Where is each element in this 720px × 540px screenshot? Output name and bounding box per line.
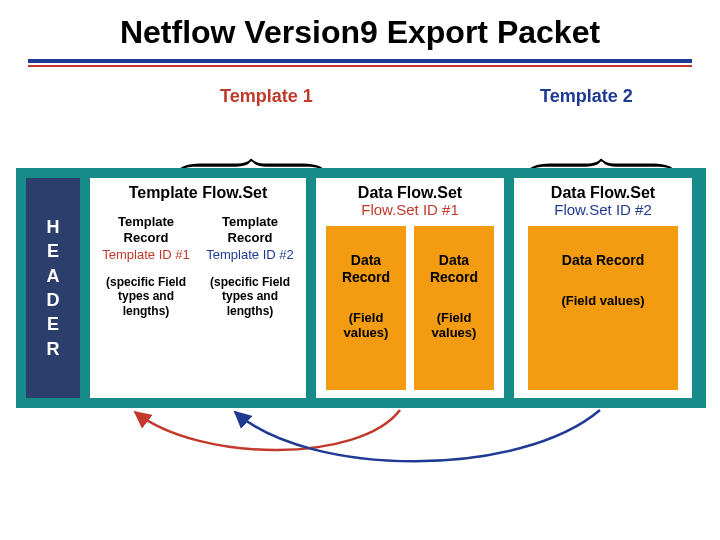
record-head: Data Record xyxy=(416,252,492,286)
record-fields: (specific Field types and lengths) xyxy=(100,275,192,318)
slide-title: Netflow Version9 Export Packet xyxy=(0,0,720,59)
data-record: Data Record (Field values) xyxy=(414,226,494,390)
record-fields: (Field values) xyxy=(416,310,492,341)
packet-header: H E A D E R xyxy=(26,178,80,398)
flowset-title: Data Flow.Set xyxy=(551,184,655,202)
template-flowset: Template Flow.Set Template Record Templa… xyxy=(90,178,306,398)
template-1-label: Template 1 xyxy=(220,86,313,107)
divider-red xyxy=(28,65,692,67)
flowset-title: Template Flow.Set xyxy=(129,184,268,202)
header-letter: E xyxy=(47,312,59,336)
brace-icon: ︷ xyxy=(174,148,342,165)
template-id: Template ID #1 xyxy=(102,247,189,263)
data-record: Data Record (Field values) xyxy=(326,226,406,390)
header-letter: E xyxy=(47,239,59,263)
template-2-label: Template 2 xyxy=(540,86,633,107)
arrow-red-icon xyxy=(135,410,400,450)
data-flowset-2: Data Flow.Set Flow.Set ID #2 Data Record… xyxy=(514,178,692,398)
header-letter: H xyxy=(47,215,60,239)
divider-blue xyxy=(28,59,692,63)
arrow-blue-icon xyxy=(235,410,600,461)
brace-icon: ︷ xyxy=(524,148,692,165)
data-record: Data Record (Field values) xyxy=(528,226,678,390)
record-head: Data Record xyxy=(562,252,644,269)
data-flowset-1: Data Flow.Set Flow.Set ID #1 Data Record… xyxy=(316,178,504,398)
record-fields: (Field values) xyxy=(328,310,404,341)
record-head: Data Record xyxy=(328,252,404,286)
template-id: Template ID #2 xyxy=(206,247,293,263)
header-letter: R xyxy=(47,337,60,361)
template-record: Template Record Template ID #2 (specific… xyxy=(202,210,298,390)
record-head: Template Record xyxy=(100,214,192,245)
record-fields: (Field values) xyxy=(561,293,644,309)
packet-container: H E A D E R Template Flow.Set Template R… xyxy=(16,168,706,408)
header-letter: A xyxy=(47,264,60,288)
template-record: Template Record Template ID #1 (specific… xyxy=(98,210,194,390)
record-head: Template Record xyxy=(204,214,296,245)
flowset-id: Flow.Set ID #1 xyxy=(361,201,459,218)
relation-arrows xyxy=(0,408,720,488)
flowset-title: Data Flow.Set xyxy=(358,184,462,202)
flowset-id: Flow.Set ID #2 xyxy=(554,201,652,218)
header-letter: D xyxy=(47,288,60,312)
record-fields: (specific Field types and lengths) xyxy=(204,275,296,318)
